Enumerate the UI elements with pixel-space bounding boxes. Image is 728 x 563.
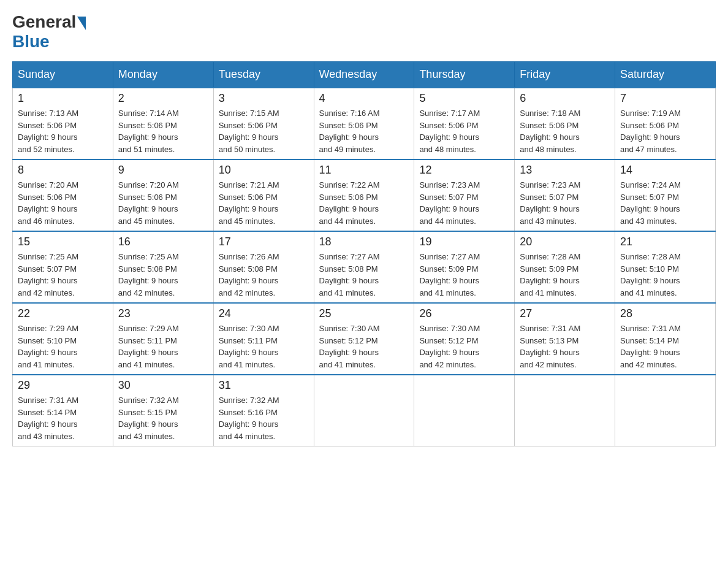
day-info: Sunrise: 7:27 AMSunset: 5:09 PMDaylight:… bbox=[419, 251, 509, 299]
day-info: Sunrise: 7:25 AMSunset: 5:07 PMDaylight:… bbox=[18, 251, 108, 299]
calendar-header-row: SundayMondayTuesdayWednesdayThursdayFrid… bbox=[13, 62, 716, 88]
header-day-tuesday: Tuesday bbox=[213, 62, 314, 88]
day-number: 1 bbox=[18, 92, 108, 105]
week-row-1: 1Sunrise: 7:13 AMSunset: 5:06 PMDaylight… bbox=[13, 88, 716, 159]
calendar-cell bbox=[414, 375, 515, 446]
day-number: 5 bbox=[419, 92, 509, 105]
day-info: Sunrise: 7:13 AMSunset: 5:06 PMDaylight:… bbox=[18, 107, 108, 155]
day-info: Sunrise: 7:28 AMSunset: 5:09 PMDaylight:… bbox=[520, 251, 610, 299]
day-number: 17 bbox=[219, 236, 309, 248]
calendar-cell: 24Sunrise: 7:30 AMSunset: 5:11 PMDayligh… bbox=[213, 303, 314, 375]
calendar-cell: 30Sunrise: 7:32 AMSunset: 5:15 PMDayligh… bbox=[113, 375, 213, 446]
day-number: 9 bbox=[118, 164, 208, 177]
calendar-cell: 1Sunrise: 7:13 AMSunset: 5:06 PMDaylight… bbox=[13, 88, 113, 159]
day-info: Sunrise: 7:29 AMSunset: 5:10 PMDaylight:… bbox=[18, 323, 108, 370]
day-info: Sunrise: 7:26 AMSunset: 5:08 PMDaylight:… bbox=[219, 251, 309, 299]
day-number: 16 bbox=[118, 236, 208, 248]
day-info: Sunrise: 7:15 AMSunset: 5:06 PMDaylight:… bbox=[219, 107, 309, 155]
day-info: Sunrise: 7:29 AMSunset: 5:11 PMDaylight:… bbox=[118, 323, 208, 370]
day-number: 7 bbox=[620, 92, 710, 105]
day-info: Sunrise: 7:18 AMSunset: 5:06 PMDaylight:… bbox=[520, 107, 610, 155]
week-row-2: 8Sunrise: 7:20 AMSunset: 5:06 PMDaylight… bbox=[13, 159, 716, 231]
day-info: Sunrise: 7:14 AMSunset: 5:06 PMDaylight:… bbox=[118, 107, 208, 155]
day-number: 25 bbox=[319, 307, 409, 320]
day-number: 26 bbox=[419, 307, 509, 320]
calendar-cell: 23Sunrise: 7:29 AMSunset: 5:11 PMDayligh… bbox=[113, 303, 213, 375]
header-day-sunday: Sunday bbox=[13, 62, 113, 88]
header-day-friday: Friday bbox=[515, 62, 615, 88]
day-number: 22 bbox=[18, 307, 108, 320]
day-number: 27 bbox=[520, 307, 610, 320]
day-number: 8 bbox=[18, 164, 108, 177]
day-info: Sunrise: 7:27 AMSunset: 5:08 PMDaylight:… bbox=[319, 251, 409, 299]
calendar-cell: 29Sunrise: 7:31 AMSunset: 5:14 PMDayligh… bbox=[13, 375, 113, 446]
calendar-cell: 31Sunrise: 7:32 AMSunset: 5:16 PMDayligh… bbox=[213, 375, 314, 446]
calendar-cell: 10Sunrise: 7:21 AMSunset: 5:06 PMDayligh… bbox=[213, 159, 314, 231]
day-number: 10 bbox=[219, 164, 309, 177]
day-info: Sunrise: 7:20 AMSunset: 5:06 PMDaylight:… bbox=[18, 179, 108, 227]
day-info: Sunrise: 7:32 AMSunset: 5:16 PMDaylight:… bbox=[219, 394, 309, 442]
day-info: Sunrise: 7:19 AMSunset: 5:06 PMDaylight:… bbox=[620, 107, 710, 155]
day-info: Sunrise: 7:21 AMSunset: 5:06 PMDaylight:… bbox=[219, 179, 309, 227]
day-info: Sunrise: 7:30 AMSunset: 5:12 PMDaylight:… bbox=[319, 323, 409, 370]
day-number: 19 bbox=[419, 236, 509, 248]
calendar-cell: 17Sunrise: 7:26 AMSunset: 5:08 PMDayligh… bbox=[213, 231, 314, 303]
day-number: 14 bbox=[620, 164, 710, 177]
day-info: Sunrise: 7:30 AMSunset: 5:12 PMDaylight:… bbox=[419, 323, 509, 370]
calendar: SundayMondayTuesdayWednesdayThursdayFrid… bbox=[12, 61, 716, 446]
calendar-cell: 5Sunrise: 7:17 AMSunset: 5:06 PMDaylight… bbox=[414, 88, 515, 159]
day-number: 30 bbox=[118, 379, 208, 392]
calendar-cell: 22Sunrise: 7:29 AMSunset: 5:10 PMDayligh… bbox=[13, 303, 113, 375]
day-info: Sunrise: 7:17 AMSunset: 5:06 PMDaylight:… bbox=[419, 107, 509, 155]
logo-general: General bbox=[12, 12, 76, 32]
header-day-monday: Monday bbox=[113, 62, 213, 88]
week-row-3: 15Sunrise: 7:25 AMSunset: 5:07 PMDayligh… bbox=[13, 231, 716, 303]
calendar-cell: 12Sunrise: 7:23 AMSunset: 5:07 PMDayligh… bbox=[414, 159, 515, 231]
day-info: Sunrise: 7:20 AMSunset: 5:06 PMDaylight:… bbox=[118, 179, 208, 227]
calendar-cell: 7Sunrise: 7:19 AMSunset: 5:06 PMDaylight… bbox=[615, 88, 716, 159]
day-number: 11 bbox=[319, 164, 409, 177]
calendar-cell: 2Sunrise: 7:14 AMSunset: 5:06 PMDaylight… bbox=[113, 88, 213, 159]
header: General Blue bbox=[12, 12, 716, 52]
day-info: Sunrise: 7:28 AMSunset: 5:10 PMDaylight:… bbox=[620, 251, 710, 299]
calendar-cell bbox=[515, 375, 615, 446]
header-day-thursday: Thursday bbox=[414, 62, 515, 88]
day-info: Sunrise: 7:23 AMSunset: 5:07 PMDaylight:… bbox=[419, 179, 509, 227]
day-number: 2 bbox=[118, 92, 208, 105]
day-number: 4 bbox=[319, 92, 409, 105]
calendar-cell: 21Sunrise: 7:28 AMSunset: 5:10 PMDayligh… bbox=[615, 231, 716, 303]
day-number: 28 bbox=[620, 307, 710, 320]
calendar-cell: 16Sunrise: 7:25 AMSunset: 5:08 PMDayligh… bbox=[113, 231, 213, 303]
day-number: 21 bbox=[620, 236, 710, 248]
calendar-cell: 8Sunrise: 7:20 AMSunset: 5:06 PMDaylight… bbox=[13, 159, 113, 231]
day-info: Sunrise: 7:31 AMSunset: 5:14 PMDaylight:… bbox=[18, 394, 108, 442]
logo: General Blue bbox=[12, 12, 86, 52]
calendar-cell: 13Sunrise: 7:23 AMSunset: 5:07 PMDayligh… bbox=[515, 159, 615, 231]
logo-blue: Blue bbox=[12, 32, 50, 52]
calendar-cell bbox=[314, 375, 414, 446]
day-number: 24 bbox=[219, 307, 309, 320]
day-info: Sunrise: 7:25 AMSunset: 5:08 PMDaylight:… bbox=[118, 251, 208, 299]
header-day-wednesday: Wednesday bbox=[314, 62, 414, 88]
day-info: Sunrise: 7:23 AMSunset: 5:07 PMDaylight:… bbox=[520, 179, 610, 227]
day-number: 15 bbox=[18, 236, 108, 248]
calendar-cell bbox=[615, 375, 716, 446]
calendar-cell: 18Sunrise: 7:27 AMSunset: 5:08 PMDayligh… bbox=[314, 231, 414, 303]
calendar-cell: 27Sunrise: 7:31 AMSunset: 5:13 PMDayligh… bbox=[515, 303, 615, 375]
day-number: 18 bbox=[319, 236, 409, 248]
calendar-cell: 15Sunrise: 7:25 AMSunset: 5:07 PMDayligh… bbox=[13, 231, 113, 303]
day-info: Sunrise: 7:16 AMSunset: 5:06 PMDaylight:… bbox=[319, 107, 409, 155]
logo-arrow-icon bbox=[77, 17, 86, 30]
day-number: 31 bbox=[219, 379, 309, 392]
calendar-cell: 19Sunrise: 7:27 AMSunset: 5:09 PMDayligh… bbox=[414, 231, 515, 303]
day-number: 13 bbox=[520, 164, 610, 177]
calendar-cell: 20Sunrise: 7:28 AMSunset: 5:09 PMDayligh… bbox=[515, 231, 615, 303]
calendar-cell: 14Sunrise: 7:24 AMSunset: 5:07 PMDayligh… bbox=[615, 159, 716, 231]
week-row-4: 22Sunrise: 7:29 AMSunset: 5:10 PMDayligh… bbox=[13, 303, 716, 375]
header-day-saturday: Saturday bbox=[615, 62, 716, 88]
day-info: Sunrise: 7:31 AMSunset: 5:13 PMDaylight:… bbox=[520, 323, 610, 370]
day-number: 20 bbox=[520, 236, 610, 248]
day-info: Sunrise: 7:31 AMSunset: 5:14 PMDaylight:… bbox=[620, 323, 710, 370]
calendar-cell: 25Sunrise: 7:30 AMSunset: 5:12 PMDayligh… bbox=[314, 303, 414, 375]
day-info: Sunrise: 7:22 AMSunset: 5:06 PMDaylight:… bbox=[319, 179, 409, 227]
